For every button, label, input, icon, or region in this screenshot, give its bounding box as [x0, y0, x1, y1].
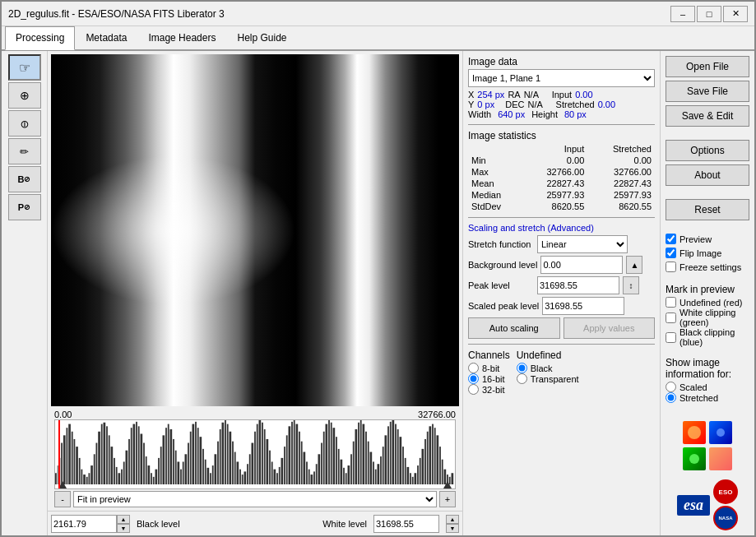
stats-row-mean: Mean 22827.43 22827.43: [468, 178, 655, 189]
stats-max-stretched: 32766.00: [587, 166, 655, 178]
svg-rect-126: [365, 432, 367, 484]
histogram-zoom-in-button[interactable]: +: [439, 491, 456, 507]
tab-image-headers[interactable]: Image Headers: [137, 26, 226, 49]
save-file-button[interactable]: Save File: [666, 81, 749, 102]
stats-stddev-input: 8620.55: [522, 201, 587, 212]
stats-mean-stretched: 22827.43: [587, 178, 655, 189]
svg-rect-150: [424, 439, 426, 484]
peak-level-btn[interactable]: ↕: [623, 276, 639, 294]
radio-black-input[interactable]: [517, 363, 527, 373]
open-file-button[interactable]: Open File: [666, 56, 749, 77]
radio-scaled-label: Scaled: [679, 382, 707, 392]
svg-rect-98: [296, 424, 299, 484]
svg-rect-84: [262, 423, 263, 484]
bg-level-input[interactable]: [540, 256, 623, 274]
flip-image-checkbox-row: Flip Image: [666, 248, 749, 258]
radio-32bit-input[interactable]: [468, 384, 479, 395]
y-label: Y: [468, 100, 474, 109]
bg-level-label: Background level: [468, 260, 537, 270]
white-level-slider[interactable]: [443, 481, 452, 488]
black-level-input[interactable]: [51, 515, 117, 533]
tab-help-guide[interactable]: Help Guide: [226, 26, 297, 49]
radio-scaled-input[interactable]: [666, 382, 676, 392]
about-button[interactable]: About: [666, 164, 749, 186]
svg-rect-20: [104, 423, 106, 484]
eyedropper1-button[interactable]: ⊘: [8, 110, 41, 137]
white-level-input[interactable]: [373, 515, 439, 533]
svg-rect-104: [311, 475, 313, 484]
white-eyedropper-button[interactable]: P⊘: [8, 194, 41, 220]
histogram-zoom-out-button[interactable]: -: [54, 491, 71, 507]
image-data-dropdown[interactable]: Image 1, Plane 1: [468, 69, 655, 87]
reset-button[interactable]: Reset: [666, 199, 749, 220]
tab-processing[interactable]: Processing: [5, 26, 75, 50]
options-button[interactable]: Options: [666, 140, 749, 161]
zoom-tool-button[interactable]: ⊕: [8, 82, 41, 109]
radio-transparent-input[interactable]: [517, 373, 527, 384]
white-clipping-checkbox[interactable]: [666, 312, 676, 323]
stats-max-label: Max: [468, 166, 522, 178]
flip-image-checkbox[interactable]: [666, 248, 676, 258]
black-clipping-label: Black clipping (blue): [679, 327, 749, 347]
eyedropper2-button[interactable]: ✏: [8, 138, 41, 164]
svg-rect-6: [68, 424, 71, 484]
svg-point-167: [717, 428, 725, 437]
svg-rect-122: [355, 429, 358, 484]
save-edit-button[interactable]: Save & Edit: [666, 105, 749, 127]
svg-rect-41: [155, 470, 158, 484]
svg-rect-5: [67, 428, 68, 484]
black-eyedropper-button[interactable]: B⊘: [8, 166, 41, 192]
stretched-value: 0.00: [598, 100, 623, 109]
freeze-settings-checkbox[interactable]: [666, 262, 676, 272]
radio-8bit-input[interactable]: [468, 363, 479, 373]
white-clipping-label: White clipping (green): [679, 308, 749, 327]
hand-tool-button[interactable]: ☞: [8, 54, 41, 81]
preview-checkbox[interactable]: [666, 234, 676, 244]
black-level-up-button[interactable]: ▲: [117, 515, 130, 524]
svg-rect-63: [210, 473, 211, 484]
svg-rect-4: [63, 435, 66, 484]
svg-rect-18: [98, 432, 100, 484]
undefined-label: Undefined: [517, 350, 579, 361]
svg-rect-19: [101, 424, 103, 484]
tab-metadata[interactable]: Metadata: [75, 26, 137, 49]
svg-rect-85: [264, 429, 266, 484]
svg-rect-93: [284, 447, 285, 484]
svg-rect-70: [227, 424, 229, 484]
hand-icon: ☞: [19, 60, 30, 76]
apply-values-button[interactable]: Apply values: [564, 317, 656, 339]
svg-rect-14: [89, 473, 90, 484]
stretch-function-dropdown[interactable]: Linear: [537, 235, 628, 253]
stats-row-max: Max 32766.00 32766.00: [468, 166, 655, 178]
stats-min-input: 0.00: [522, 155, 587, 166]
svg-rect-156: [439, 447, 441, 484]
svg-rect-0: [55, 473, 57, 484]
svg-rect-105: [313, 471, 315, 484]
svg-rect-7: [72, 432, 73, 484]
minimize-button[interactable]: –: [670, 6, 695, 22]
svg-rect-30: [128, 439, 130, 484]
black-clipping-checkbox[interactable]: [666, 332, 676, 343]
stats-table: Input Stretched Min 0.00 0.00 Max 32766.…: [468, 143, 655, 212]
white-level-up-button[interactable]: ▲: [446, 515, 459, 524]
black-level-down-button[interactable]: ▼: [117, 524, 130, 533]
black-eyedropper-icon: B: [18, 174, 25, 184]
undefined-red-checkbox[interactable]: [666, 297, 676, 308]
image-display: [51, 54, 459, 406]
maximize-button[interactable]: □: [697, 6, 721, 22]
auto-scaling-button[interactable]: Auto scaling: [468, 317, 560, 339]
radio-16bit-input[interactable]: [468, 373, 479, 384]
x-value: 254 px: [477, 90, 504, 100]
radio-stretched-input[interactable]: [666, 392, 676, 403]
scaling-label[interactable]: Scaling and stretch (Advanced): [468, 223, 655, 233]
close-button[interactable]: ✕: [723, 6, 748, 22]
x-coord-row: X 254 px RA N/A Input 0.00: [468, 90, 655, 100]
scaled-peak-input[interactable]: [542, 297, 624, 315]
histogram-fit-dropdown[interactable]: Fit in preview: [73, 491, 437, 507]
scaling-buttons: Auto scaling Apply values: [468, 317, 655, 339]
bg-level-up-button[interactable]: ▲: [626, 256, 642, 274]
title-bar-buttons: – □ ✕: [670, 6, 748, 22]
peak-level-input[interactable]: [537, 276, 619, 294]
white-level-down-button[interactable]: ▼: [446, 524, 459, 533]
svg-rect-101: [304, 452, 306, 484]
